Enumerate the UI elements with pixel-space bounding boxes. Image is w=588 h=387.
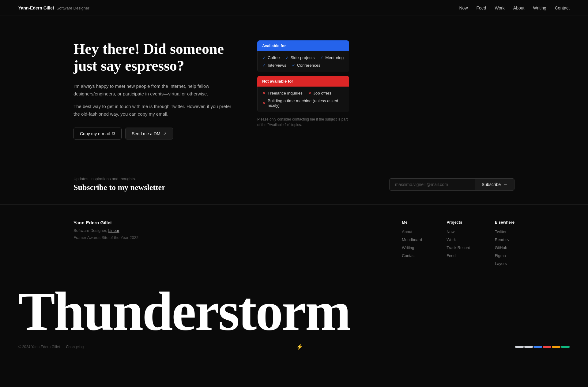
availability-section: Available for ✓ Coffee ✓ Side-projects ✓…: [257, 40, 349, 128]
footer-figma-link[interactable]: Figma: [495, 253, 506, 258]
footer-layers-link[interactable]: Layers: [495, 261, 507, 266]
separator: ·: [62, 345, 63, 349]
hero-body-1: I'm always happy to meet new people from…: [74, 83, 233, 98]
footer-github-link[interactable]: GitHub: [495, 245, 507, 250]
not-available-for-body: ✕ Freelance inquiries ✕ Job offers ✕ Bui…: [257, 87, 349, 112]
newsletter-email-input[interactable]: [389, 178, 475, 191]
not-available-item-timemachine: ✕ Building a time machine (unless asked …: [262, 99, 344, 108]
nav-writing[interactable]: Writing: [533, 6, 546, 10]
linear-link[interactable]: Linear: [108, 228, 119, 233]
check-icon: ✓: [262, 63, 266, 68]
hero-buttons: Copy my e-mail ⧉ Send me a DM ↗: [74, 128, 233, 140]
footer-brand-name: Yann-Edern Gillet: [74, 220, 377, 225]
hero-section: Hey there! Did someone just say espresso…: [0, 16, 588, 164]
nav-contact[interactable]: Contact: [555, 6, 570, 10]
big-text-section: Thunderstorm: [0, 278, 588, 339]
nav-work[interactable]: Work: [495, 6, 504, 10]
available-list: ✓ Coffee ✓ Side-projects ✓ Mentoring ✓ I…: [262, 55, 344, 68]
cross-icon: ✕: [262, 101, 266, 106]
not-available-for-header: Not available for: [257, 76, 349, 87]
copyright-text: © 2024 Yann-Edern Gillet: [18, 345, 60, 349]
available-item-coffee: ✓ Coffee: [262, 55, 280, 60]
available-item-mentoring: ✓ Mentoring: [320, 55, 344, 60]
subscribe-label: Subscribe: [482, 182, 501, 187]
brand-name: Yann-Edern Gillet: [18, 6, 54, 10]
footer-main: Yann-Edern Gillet Software Designer, Lin…: [0, 205, 588, 278]
subscribe-button[interactable]: Subscribe →: [475, 178, 514, 191]
newsletter-left: Updates, inspirations and thoughts. Subs…: [74, 177, 165, 192]
color-dot-3: [533, 346, 542, 348]
footer-brand: Yann-Edern Gillet Software Designer, Lin…: [74, 220, 377, 269]
hero-left: Hey there! Did someone just say espresso…: [74, 40, 233, 140]
send-dm-label: Send me a DM: [132, 131, 160, 136]
nav-about[interactable]: About: [513, 6, 525, 10]
footer-feed-link[interactable]: Feed: [447, 253, 456, 258]
card-note: Please only consider contacting me if th…: [257, 117, 349, 128]
color-bar: [515, 346, 570, 348]
brand-role: Software Designer: [57, 6, 89, 10]
bottom-left: © 2024 Yann-Edern Gillet · Changelog: [18, 345, 84, 349]
newsletter-title: Subscribe to my newsletter: [74, 183, 165, 192]
navigation: Yann-Edern Gillet Software Designer Now …: [0, 0, 588, 16]
footer-col-elsewhere: Elsewhere Twitter Read.cv GitHub Figma L…: [495, 220, 514, 269]
color-dot-2: [524, 346, 533, 348]
footer-col-projects-heading: Projects: [447, 220, 470, 225]
check-icon: ✓: [262, 55, 266, 60]
footer-col-me-list: About Moodboard Writing Contact: [402, 229, 422, 258]
footer-readcv-link[interactable]: Read.cv: [495, 237, 510, 242]
copy-icon: ⧉: [112, 131, 115, 136]
hero-body-2: The best way to get in touch with me is …: [74, 103, 233, 118]
nav-feed[interactable]: Feed: [477, 6, 486, 10]
check-icon: ✓: [292, 63, 295, 68]
footer-col-projects: Projects Now Work Track Record Feed: [447, 220, 470, 269]
hero-title: Hey there! Did someone just say espresso…: [74, 40, 233, 74]
not-available-item-job: ✕ Job offers: [308, 91, 331, 95]
footer-brand-award: Framer Awards Site of the Year 2022: [74, 235, 377, 240]
available-for-card: Available for ✓ Coffee ✓ Side-projects ✓…: [257, 40, 349, 72]
color-dot-5: [552, 346, 560, 348]
arrow-right-icon: →: [503, 182, 507, 187]
color-dot-6: [561, 346, 570, 348]
nav-now[interactable]: Now: [459, 6, 468, 10]
footer-now-link[interactable]: Now: [447, 229, 454, 234]
color-dot-1: [515, 346, 524, 348]
copy-email-button[interactable]: Copy my e-mail ⧉: [74, 128, 122, 140]
available-item-sideprojects: ✓ Side-projects: [285, 55, 315, 60]
nav-links: Now Feed Work About Writing Contact: [459, 5, 570, 10]
footer-work-link[interactable]: Work: [447, 237, 456, 242]
copy-email-label: Copy my e-mail: [80, 131, 110, 136]
color-dot-4: [543, 346, 551, 348]
footer-writing-link[interactable]: Writing: [402, 245, 414, 250]
available-item-conferences: ✓ Conferences: [292, 63, 321, 68]
cross-icon: ✕: [262, 91, 266, 95]
check-icon: ✓: [320, 55, 323, 60]
newsletter-sub-label: Updates, inspirations and thoughts.: [74, 177, 165, 181]
available-for-body: ✓ Coffee ✓ Side-projects ✓ Mentoring ✓ I…: [257, 51, 349, 72]
cross-icon: ✕: [308, 91, 311, 95]
footer-track-record-link[interactable]: Track Record: [447, 245, 470, 250]
big-text: Thunderstorm: [0, 284, 588, 339]
changelog-link[interactable]: Changelog: [66, 345, 84, 349]
not-available-for-card: Not available for ✕ Freelance inquiries …: [257, 76, 349, 112]
send-dm-button[interactable]: Send me a DM ↗: [125, 128, 173, 140]
external-link-icon: ↗: [163, 131, 167, 136]
newsletter-form: Subscribe →: [389, 178, 514, 191]
footer-col-me-heading: Me: [402, 220, 422, 225]
footer-col-elsewhere-heading: Elsewhere: [495, 220, 514, 225]
available-item-interviews: ✓ Interviews: [262, 63, 286, 68]
brand: Yann-Edern Gillet Software Designer: [18, 6, 89, 10]
footer-col-projects-list: Now Work Track Record Feed: [447, 229, 470, 258]
available-for-header: Available for: [257, 40, 349, 51]
footer-brand-desc: Software Designer, Linear: [74, 228, 377, 234]
footer-twitter-link[interactable]: Twitter: [495, 229, 507, 234]
not-available-item-freelance: ✕ Freelance inquiries: [262, 91, 303, 95]
check-icon: ✓: [285, 55, 289, 60]
bottom-center-icon: ⚡: [296, 344, 303, 350]
footer-about-link[interactable]: About: [402, 229, 412, 234]
newsletter-section: Updates, inspirations and thoughts. Subs…: [0, 164, 588, 205]
footer-contact-link[interactable]: Contact: [402, 253, 416, 258]
footer-moodboard-link[interactable]: Moodboard: [402, 237, 422, 242]
not-available-list: ✕ Freelance inquiries ✕ Job offers ✕ Bui…: [262, 91, 344, 108]
footer-col-me: Me About Moodboard Writing Contact: [402, 220, 422, 269]
bottom-bar: © 2024 Yann-Edern Gillet · Changelog ⚡: [0, 339, 588, 355]
